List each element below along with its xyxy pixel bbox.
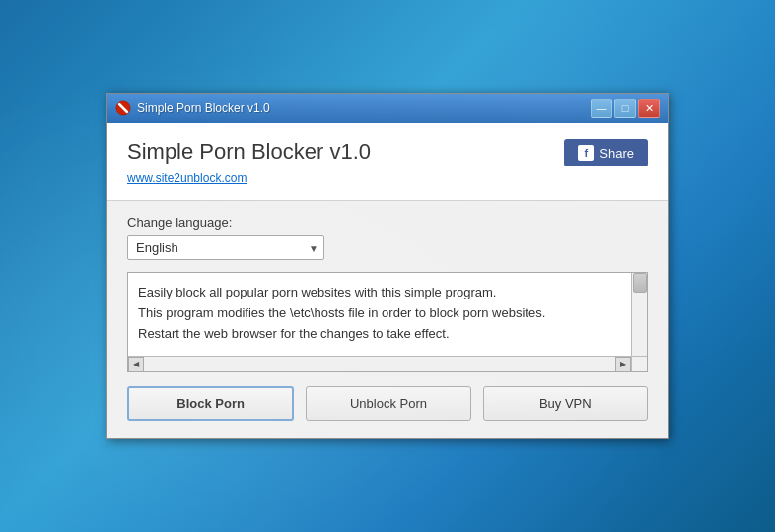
action-buttons: Block Porn Unblock Porn Buy VPN	[127, 386, 648, 425]
language-label: Change language:	[127, 215, 648, 230]
maximize-button[interactable]: □	[614, 99, 636, 118]
description-line-2: This program modifies the \etc\hosts fil…	[138, 303, 627, 324]
facebook-share-button[interactable]: f Share	[564, 139, 648, 166]
language-select-wrapper: English French German Spanish Russian ▼	[127, 235, 324, 260]
description-line-3: Restart the web browser for the changes …	[138, 324, 627, 345]
app-icon	[115, 100, 131, 116]
scroll-left-button[interactable]: ◀	[128, 357, 144, 372]
window-title: Simple Porn Blocker v1.0	[137, 101, 591, 115]
title-bar: Simple Porn Blocker v1.0 — □ ✕	[107, 94, 668, 123]
main-window: Simple Porn Blocker v1.0 — □ ✕ Simple Po…	[106, 93, 669, 439]
buy-vpn-button[interactable]: Buy VPN	[483, 386, 648, 421]
description-line-1: Easily block all popular porn websites w…	[138, 283, 627, 303]
app-title: Simple Porn Blocker v1.0	[127, 139, 371, 165]
unblock-porn-button[interactable]: Unblock Porn	[306, 386, 470, 421]
scroll-right-button[interactable]: ▶	[615, 357, 631, 372]
minimize-button[interactable]: —	[591, 99, 612, 118]
header-left: Simple Porn Blocker v1.0 www.site2unbloc…	[127, 139, 371, 186]
facebook-icon: f	[578, 145, 594, 161]
scrollbar-vertical[interactable]	[631, 273, 647, 356]
close-button[interactable]: ✕	[638, 99, 660, 118]
language-select[interactable]: English French German Spanish Russian	[127, 235, 324, 260]
block-porn-button[interactable]: Block Porn	[127, 386, 294, 421]
window-body: Change language: English French German S…	[107, 201, 668, 438]
scrollbar-corner	[631, 356, 647, 371]
window-controls: — □ ✕	[591, 99, 660, 118]
description-box: Easily block all popular porn websites w…	[127, 272, 648, 372]
scrollbar-horizontal[interactable]: ◀ ▶	[128, 356, 631, 371]
website-link[interactable]: www.site2unblock.com	[127, 171, 247, 185]
scrollbar-thumb[interactable]	[633, 273, 647, 293]
window-header: Simple Porn Blocker v1.0 www.site2unbloc…	[107, 123, 668, 201]
